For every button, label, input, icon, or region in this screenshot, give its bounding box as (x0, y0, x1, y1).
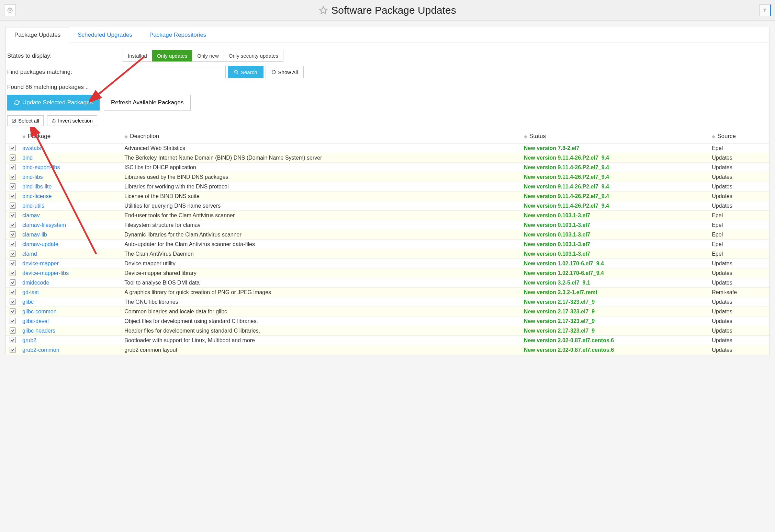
package-link[interactable]: clamav-filesystem (22, 222, 66, 228)
checkbox-icon[interactable] (10, 251, 16, 257)
table-row[interactable]: device-mapper-libsDevice-mapper shared l… (6, 268, 769, 278)
table-row[interactable]: device-mapperDevice mapper utilityNew ve… (6, 259, 769, 268)
row-checkbox-cell[interactable] (6, 182, 20, 192)
table-row[interactable]: bind-libsLibraries used by the BIND DNS … (6, 172, 769, 182)
package-link[interactable]: clamd (22, 251, 37, 257)
checkbox-icon[interactable] (10, 241, 16, 247)
table-row[interactable]: clamdThe Clam AntiVirus DaemonNew versio… (6, 249, 769, 259)
table-row[interactable]: clamav-libDynamic libraries for the Clam… (6, 230, 769, 240)
row-checkbox-cell[interactable] (6, 201, 20, 211)
col-source[interactable]: ◆Source (709, 129, 769, 143)
checkbox-icon[interactable] (10, 337, 16, 343)
table-row[interactable]: glibc-develObject files for development … (6, 316, 769, 326)
package-link[interactable]: glibc-devel (22, 318, 48, 324)
tab-package-updates[interactable]: Package Updates (6, 27, 69, 43)
package-link[interactable]: clamav-update (22, 241, 58, 247)
col-description[interactable]: ◆Description (122, 129, 521, 143)
checkbox-icon[interactable] (10, 347, 16, 353)
col-status[interactable]: ◆Status (521, 129, 709, 143)
row-checkbox-cell[interactable] (6, 172, 20, 182)
star-icon[interactable] (319, 6, 328, 15)
row-checkbox-cell[interactable] (6, 297, 20, 307)
table-row[interactable]: clamav-updateAuto-updater for the Clam A… (6, 240, 769, 249)
package-link[interactable]: device-mapper (22, 261, 59, 266)
package-link[interactable]: bind-libs-lite (22, 184, 52, 189)
package-link[interactable]: grub2-common (22, 347, 59, 353)
row-checkbox-cell[interactable] (6, 163, 20, 172)
checkbox-icon[interactable] (10, 193, 16, 199)
package-link[interactable]: glibc-headers (22, 328, 55, 334)
row-checkbox-cell[interactable] (6, 192, 20, 201)
show-all-button[interactable]: Show All (266, 66, 304, 78)
row-checkbox-cell[interactable] (6, 153, 20, 163)
select-all-button[interactable]: Select all (7, 115, 44, 126)
checkbox-icon[interactable] (10, 318, 16, 324)
table-row[interactable]: bind-libs-liteLibraries for working with… (6, 182, 769, 192)
checkbox-icon[interactable] (10, 289, 16, 295)
row-checkbox-cell[interactable] (6, 259, 20, 268)
checkbox-icon[interactable] (10, 327, 16, 334)
checkbox-icon[interactable] (10, 270, 16, 276)
row-checkbox-cell[interactable] (6, 316, 20, 326)
checkbox-icon[interactable] (10, 279, 16, 286)
table-row[interactable]: grub2Bootloader with support for Linux, … (6, 336, 769, 345)
row-checkbox-cell[interactable] (6, 326, 20, 336)
checkbox-icon[interactable] (10, 174, 16, 180)
package-link[interactable]: bind-export-libs (22, 164, 60, 170)
package-link[interactable]: bind-license (22, 193, 52, 199)
table-row[interactable]: gd-lastA graphics library for quick crea… (6, 288, 769, 297)
table-row[interactable]: grub2-commongrub2 common layoutNew versi… (6, 345, 769, 355)
checkbox-icon[interactable] (10, 222, 16, 228)
package-link[interactable]: bind-libs (22, 174, 43, 180)
checkbox-icon[interactable] (10, 299, 16, 305)
state-toggle-only-security-updates[interactable]: Only security updates (224, 50, 283, 61)
row-checkbox-cell[interactable] (6, 336, 20, 345)
row-checkbox-cell[interactable] (6, 278, 20, 288)
row-checkbox-cell[interactable] (6, 240, 20, 249)
row-checkbox-cell[interactable] (6, 143, 20, 153)
row-checkbox-cell[interactable] (6, 249, 20, 259)
table-row[interactable]: bind-export-libsISC libs for DHCP applic… (6, 163, 769, 172)
table-row[interactable]: bind-utilsUtilities for querying DNS nam… (6, 201, 769, 211)
update-selected-button[interactable]: Update Selected Packages (7, 95, 100, 111)
package-link[interactable]: gd-last (22, 289, 39, 295)
checkbox-icon[interactable] (10, 212, 16, 218)
checkbox-icon[interactable] (10, 231, 16, 238)
package-link[interactable]: dmidecode (22, 280, 49, 286)
invert-selection-button[interactable]: Invert selection (47, 115, 97, 126)
row-checkbox-cell[interactable] (6, 230, 20, 240)
tab-scheduled-upgrades[interactable]: Scheduled Upgrades (69, 27, 141, 43)
checkbox-icon[interactable] (10, 308, 16, 314)
table-row[interactable]: glibc-headersHeader files for developmen… (6, 326, 769, 336)
checkbox-icon[interactable] (10, 154, 16, 161)
package-link[interactable]: awstats (22, 145, 41, 151)
package-link[interactable]: bind-utils (22, 203, 44, 209)
package-link[interactable]: grub2 (22, 337, 36, 343)
table-row[interactable]: glibc-commonCommon binaries and locale d… (6, 307, 769, 316)
package-link[interactable]: clamav-lib (22, 232, 47, 238)
filter-button[interactable] (759, 4, 771, 16)
table-row[interactable]: clamav-filesystemFilesystem structure fo… (6, 220, 769, 230)
package-link[interactable]: glibc (22, 299, 34, 305)
row-checkbox-cell[interactable] (6, 288, 20, 297)
package-link[interactable]: glibc-common (22, 309, 57, 314)
table-row[interactable]: bindThe Berkeley Internet Name Domain (B… (6, 153, 769, 163)
state-toggle-only-new[interactable]: Only new (192, 50, 224, 61)
settings-button[interactable] (4, 4, 16, 16)
checkbox-icon[interactable] (10, 145, 16, 151)
search-button[interactable]: Search (228, 66, 263, 78)
table-row[interactable]: awstatsAdvanced Web StatisticsNew versio… (6, 143, 769, 153)
package-link[interactable]: device-mapper-libs (22, 270, 69, 276)
checkbox-icon[interactable] (10, 260, 16, 266)
col-package[interactable]: ◆Package (20, 129, 122, 143)
tab-package-repositories[interactable]: Package Repositories (141, 27, 215, 43)
search-input[interactable] (123, 66, 226, 78)
table-row[interactable]: bind-licenseLicense of the BIND DNS suit… (6, 192, 769, 201)
row-checkbox-cell[interactable] (6, 220, 20, 230)
checkbox-icon[interactable] (10, 164, 16, 170)
state-toggle-installed[interactable]: Installed (123, 50, 152, 61)
row-checkbox-cell[interactable] (6, 211, 20, 220)
row-checkbox-cell[interactable] (6, 307, 20, 316)
table-row[interactable]: glibcThe GNU libc librariesNew version 2… (6, 297, 769, 307)
checkbox-icon[interactable] (10, 183, 16, 189)
